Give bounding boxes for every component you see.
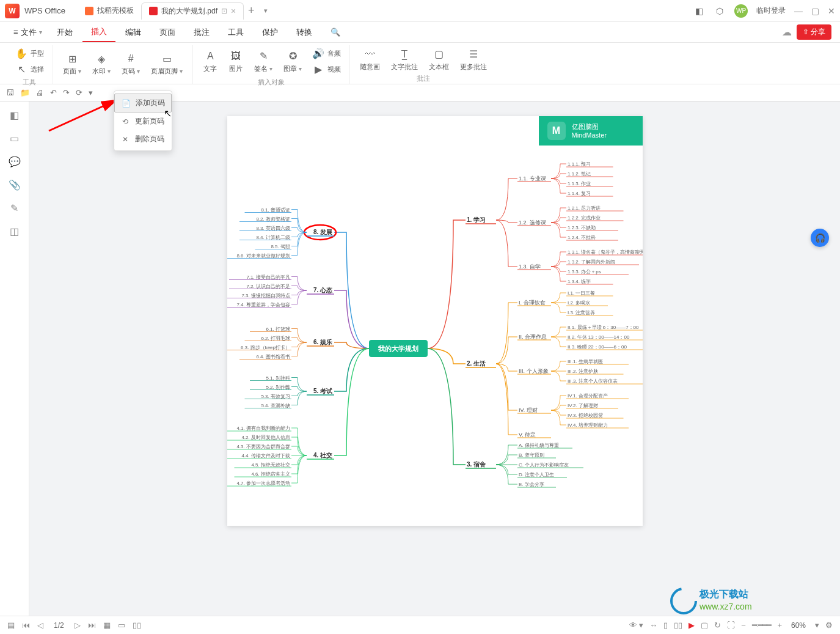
settings-icon[interactable]: ⚙ xyxy=(825,621,833,630)
textbox-button[interactable]: ▢文本框 xyxy=(424,45,454,73)
text-button[interactable]: A文字 xyxy=(198,45,222,77)
menu-protect[interactable]: 保护 xyxy=(254,22,287,42)
titlebar: W WPS Office 找稻壳模板 我的大学规划.pdf ⊡ × + ▾ ◧ … xyxy=(0,0,840,22)
signature-button[interactable]: ✎签名 ▾ xyxy=(249,45,277,77)
freehand-button[interactable]: 〰随意画 xyxy=(355,45,385,73)
svg-text:8.2. 教师资格证: 8.2. 教师资格证 xyxy=(256,216,290,222)
svg-text:我的大学规划: 我的大学规划 xyxy=(378,345,418,352)
refresh-icon[interactable]: ⟳ xyxy=(76,88,82,97)
workspace[interactable]: M 亿图脑图MindMaster 我的大学规划1. 学习1.1. 专业课1.1.… xyxy=(29,101,840,616)
svg-text:4. 社交: 4. 社交 xyxy=(313,452,332,459)
watermark: 极光下载站 www.xz7.com xyxy=(669,585,791,616)
cube-icon[interactable]: ⬡ xyxy=(714,5,726,17)
menu-page[interactable]: 页面 xyxy=(151,22,184,42)
tab-template-store[interactable]: 找稻壳模板 xyxy=(78,2,141,20)
zoom-level[interactable]: 60% xyxy=(788,621,809,630)
share-button[interactable]: ⇧ 分享 xyxy=(797,24,831,40)
ribbon: ✋手型 ↖选择 工具 ⊞页面 ▾ ◈水印 ▾ #页码 ▾ ▭页眉页脚 ▾ A文字… xyxy=(0,43,840,84)
zoom-slider[interactable]: ━◦━━━ xyxy=(752,621,772,630)
file-menu[interactable]: ≡ 文件 ▾ xyxy=(9,27,47,38)
stamp-icon: ✪ xyxy=(286,50,299,63)
menu-annotate[interactable]: 批注 xyxy=(185,22,218,42)
menu-tools[interactable]: 工具 xyxy=(219,22,252,42)
tab-document[interactable]: 我的大学规划.pdf ⊡ × xyxy=(141,2,244,20)
pen-icon[interactable]: ✎ xyxy=(9,202,21,214)
menu-edit[interactable]: 编辑 xyxy=(117,22,150,42)
fullscreen-icon[interactable]: ⛶ xyxy=(727,621,735,630)
comment-icon[interactable]: 💬 xyxy=(9,155,21,168)
header-footer-icon: ▭ xyxy=(160,52,173,65)
thumbnails-icon[interactable]: ▦ xyxy=(103,621,111,630)
zoom-in-icon[interactable]: + xyxy=(777,621,782,630)
next-page-icon[interactable]: ▷ xyxy=(75,621,81,630)
svg-text:II.3. 晚睡 22：00——6：00: II.3. 晚睡 22：00——6：00 xyxy=(568,344,627,350)
chevron-down-icon[interactable]: ▾ xyxy=(815,621,819,630)
prev-page-icon[interactable]: ◁ xyxy=(37,621,43,630)
svg-text:III.1. 生病早就医: III.1. 生病早就医 xyxy=(568,359,603,364)
redo-icon[interactable]: ↷ xyxy=(63,88,70,97)
tab-pin-icon[interactable]: ⊡ xyxy=(221,7,227,15)
minimize-button[interactable]: — xyxy=(794,6,803,16)
first-page-icon[interactable]: ⏮ xyxy=(22,621,30,630)
stamp-button[interactable]: ✪图章 ▾ xyxy=(279,45,307,77)
menu-convert[interactable]: 转换 xyxy=(288,22,321,42)
login-text[interactable]: 临时登录 xyxy=(756,6,786,16)
page-number-button[interactable]: #页码 ▾ xyxy=(117,45,145,83)
image-button[interactable]: 🖼图片 xyxy=(224,45,248,77)
maximize-button[interactable]: ▢ xyxy=(811,6,819,16)
avatar[interactable]: WP xyxy=(734,4,748,18)
sidebar-icon[interactable]: ◧ xyxy=(693,5,705,17)
hand-tool-button[interactable]: ✋手型 xyxy=(11,45,48,61)
hamburger-icon: ≡ xyxy=(13,28,18,37)
rotate-icon[interactable]: ↻ xyxy=(714,621,721,630)
outline-icon[interactable]: ▤ xyxy=(7,621,15,630)
add-tab-button[interactable]: + xyxy=(244,4,258,17)
audio-button[interactable]: 🔊音频 xyxy=(308,45,345,61)
svg-text:II.1. 晨练＋早读 6：30——7：00: II.1. 晨练＋早读 6：30——7：00 xyxy=(568,325,639,330)
eye-icon[interactable]: 👁 ▾ xyxy=(629,621,644,630)
present-icon[interactable]: ▶ xyxy=(688,621,695,630)
page-layout-icon[interactable]: ▯ xyxy=(663,621,668,630)
two-page-icon[interactable]: ▯▯ xyxy=(133,621,141,630)
page-indicator[interactable]: 1/2 xyxy=(51,621,67,630)
statusbar-right: 👁 ▾ ↔ ▯ ▯▯ ▶ ▢ ↻ ⛶ − ━◦━━━ + 60% ▾ ⚙ xyxy=(629,621,833,630)
bookmark-icon[interactable]: ◧ xyxy=(9,109,21,121)
fit-width-icon[interactable]: ↔ xyxy=(649,621,657,630)
svg-text:6.3. 跑步（keep打卡）: 6.3. 跑步（keep打卡） xyxy=(241,345,290,350)
update-page-number-item[interactable]: ⟲ 更新页码 xyxy=(114,112,172,130)
undo-icon[interactable]: ↶ xyxy=(50,88,57,97)
zoom-out-icon[interactable]: − xyxy=(741,621,746,630)
menu-search[interactable]: 🔍 xyxy=(322,22,349,42)
refresh-icon: ⟲ xyxy=(120,117,130,127)
reading-icon[interactable]: ▭ xyxy=(118,621,125,630)
last-page-icon[interactable]: ⏭ xyxy=(88,621,96,630)
header-footer-button[interactable]: ▭页眉页脚 ▾ xyxy=(146,45,188,83)
continuous-icon[interactable]: ▯▯ xyxy=(674,621,682,630)
tab-dropdown-icon[interactable]: ▾ xyxy=(258,7,273,15)
watermark-button[interactable]: ◈水印 ▾ xyxy=(87,45,115,83)
svg-text:7. 心态: 7. 心态 xyxy=(313,287,332,293)
menu-insert[interactable]: 插入 xyxy=(82,22,115,42)
print-icon[interactable]: 🖨 xyxy=(36,88,44,97)
chevron-down-icon[interactable]: ▾ xyxy=(89,88,93,97)
close-button[interactable]: ✕ xyxy=(828,6,835,16)
text-annotate-button[interactable]: T̲文字批注 xyxy=(386,45,423,73)
save-icon[interactable]: 🖫 xyxy=(6,88,14,97)
select-tool-button[interactable]: ↖选择 xyxy=(11,61,48,77)
attachment-icon[interactable]: 📎 xyxy=(9,179,21,191)
open-icon[interactable]: 📁 xyxy=(20,88,30,97)
add-page-number-item[interactable]: 📄 添加页码 xyxy=(114,94,172,112)
ribbon-group-annotate: 〰随意画 T̲文字批注 ▢文本框 ☰更多批注 批注 xyxy=(350,45,497,84)
menu-start[interactable]: 开始 xyxy=(48,22,81,42)
page-button[interactable]: ⊞页面 ▾ xyxy=(58,45,86,83)
video-button[interactable]: ▶视频 xyxy=(308,61,345,77)
layers-icon[interactable]: ◫ xyxy=(9,225,21,237)
single-page-icon[interactable]: ▢ xyxy=(701,621,708,630)
more-annotate-button[interactable]: ☰更多批注 xyxy=(455,45,492,73)
thumbnail-icon[interactable]: ▭ xyxy=(9,132,21,144)
page-add-icon: 📄 xyxy=(121,98,131,108)
close-icon[interactable]: × xyxy=(231,6,236,16)
delete-page-number-item[interactable]: ✕ 删除页码 xyxy=(114,130,172,148)
assistant-float-button[interactable]: 🎧 xyxy=(811,229,829,247)
cloud-icon[interactable]: ☁ xyxy=(782,26,792,38)
